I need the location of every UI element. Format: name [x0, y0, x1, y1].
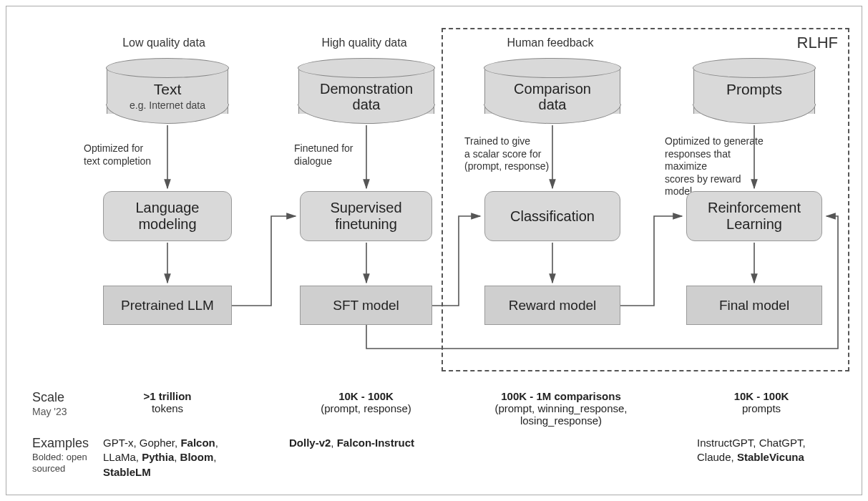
cylinder-text: Text e.g. Internet data [107, 68, 228, 114]
arrowlabel-2: Finetuned fordialogue [294, 142, 366, 167]
outbox-pretrained: Pretrained LLM [103, 286, 232, 325]
scale-label: Scale [32, 390, 64, 405]
outbox-sftmodel: SFT model [300, 286, 432, 325]
cyl2-title: Demonstrationdata [298, 81, 434, 112]
procbox-classification: Classification [484, 191, 620, 241]
cylinder-comparison: Comparisondata [484, 68, 620, 114]
cyl4-title: Prompts [693, 81, 815, 98]
procbox-rl: ReinforcementLearning [686, 191, 822, 241]
outbox-reward: Reward model [484, 286, 620, 325]
rlhf-label: RLHF [797, 34, 838, 52]
caption-col1: Low quality data [92, 37, 235, 49]
arrowlabel-1: Optimized fortext completion [84, 142, 162, 167]
examples-note: Bolded: opensourced [32, 452, 87, 474]
diagram-canvas: RLHF Low quality data High quality data … [6, 6, 862, 495]
procbox-lm: Languagemodeling [103, 191, 232, 241]
examples-col4: InstructGPT, ChatGPT,Claude, StableVicun… [697, 436, 840, 465]
cyl1-sub: e.g. Internet data [107, 99, 228, 111]
outbox-final: Final model [686, 286, 822, 325]
arrowlabel-4: Optimized to generateresponses that maxi… [665, 135, 765, 198]
scale-col4: 10K - 100Kprompts [701, 390, 822, 414]
examples-col1: GPT-x, Gopher, Falcon,LLaMa, Pythia, Blo… [103, 436, 253, 480]
cyl1-title: Text [107, 81, 228, 98]
scale-date: May '23 [32, 406, 67, 417]
cyl3-title: Comparisondata [484, 81, 620, 112]
caption-col3: Human feedback [479, 37, 622, 49]
scale-col2: 10K - 100K(prompt, response) [300, 390, 432, 414]
scale-col3: 100K - 1M comparisons(prompt, winning_re… [454, 390, 668, 427]
cylinder-demo: Demonstrationdata [298, 68, 434, 114]
scale-col1: >1 trilliontokens [103, 390, 232, 414]
arrowlabel-3: Trained to givea scalar score for(prompt… [464, 135, 557, 173]
procbox-sft: Supervisedfinetuning [300, 191, 432, 241]
examples-col2: Dolly-v2, Falcon-Instruct [289, 436, 447, 450]
examples-label: Examples [32, 436, 89, 451]
cylinder-prompts: Prompts [693, 68, 815, 114]
caption-col2: High quality data [293, 37, 436, 49]
